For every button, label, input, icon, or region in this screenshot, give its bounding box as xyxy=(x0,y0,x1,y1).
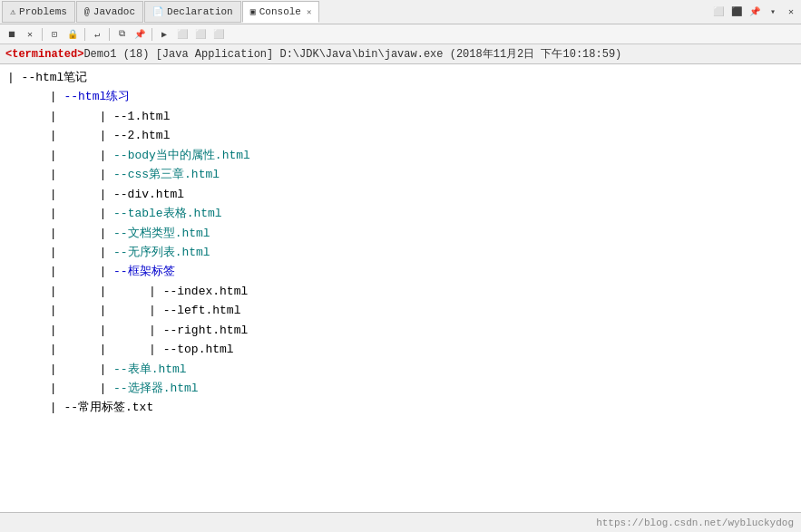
minimize-btn[interactable]: ⬜ xyxy=(710,4,727,20)
tree-line: | | --2.html xyxy=(7,126,794,145)
javadoc-icon: @ xyxy=(84,7,90,17)
problems-icon: ⚠ xyxy=(10,6,15,17)
tree-line: | | | --right.html xyxy=(7,321,794,340)
sep1 xyxy=(42,28,43,41)
scroll-lock-btn[interactable]: 🔒 xyxy=(64,26,81,43)
maximize-btn[interactable]: ⬛ xyxy=(728,4,745,20)
tab-problems[interactable]: ⚠ Problems xyxy=(2,1,75,23)
tree-line: | | --文档类型.html xyxy=(7,224,794,243)
bottom-status-bar: https://blog.csdn.net/wybluckydog xyxy=(0,512,801,532)
terminated-label: <terminated> xyxy=(5,48,83,61)
clear-console-btn[interactable]: ⊡ xyxy=(46,26,63,43)
pin-btn[interactable]: 📌 xyxy=(747,4,763,20)
console-icon: ▣ xyxy=(250,6,256,17)
tree-line: | | --body当中的属性.html xyxy=(7,146,794,165)
tab-console-label: Console xyxy=(259,6,301,17)
declaration-icon: 📄 xyxy=(152,6,163,17)
tree-line: | | --选择器.html xyxy=(7,379,794,398)
tree-line: | --html笔记 xyxy=(7,68,794,87)
open-console-btn[interactable]: ⧉ xyxy=(113,26,130,43)
console-output[interactable]: | --html笔记 | --html练习 | | --1.html | | -… xyxy=(0,64,801,512)
tree-line: | --html练习 xyxy=(7,87,794,106)
tree-line: | | --框架标签 xyxy=(7,262,794,281)
word-wrap-btn[interactable]: ↵ xyxy=(89,26,105,43)
csdn-link: https://blog.csdn.net/wybluckydog xyxy=(596,517,794,528)
new-console-btn[interactable]: ▶ xyxy=(156,26,172,43)
pin-console-btn[interactable]: 📌 xyxy=(132,26,148,43)
tree-line: | | | --left.html xyxy=(7,301,794,320)
remove-launch-btn[interactable]: ✕ xyxy=(22,26,38,43)
tree-line: | | --table表格.html xyxy=(7,204,794,223)
close-view-btn[interactable]: ✕ xyxy=(783,4,799,20)
tree-line: | | --div.html xyxy=(7,185,794,204)
prev-console-btn[interactable]: ⬜ xyxy=(210,26,227,43)
console-toolbar: ⏹ ✕ ⊡ 🔒 ↵ ⧉ 📌 ▶ ⬜ ⬜ ⬜ xyxy=(0,24,801,44)
switch-console-btn[interactable]: ⬜ xyxy=(174,26,190,43)
tab-javadoc[interactable]: @ Javadoc xyxy=(76,1,143,23)
terminate-btn[interactable]: ⏹ xyxy=(4,26,20,43)
status-bar: <terminated> Demo1 (18) [Java Applicatio… xyxy=(0,44,801,64)
tree-line: | | --无序列表.html xyxy=(7,243,794,262)
tree-line: | --常用标签.txt xyxy=(7,398,794,417)
tab-declaration[interactable]: 📄 Declaration xyxy=(144,1,241,23)
sep3 xyxy=(109,28,110,41)
tab-problems-label: Problems xyxy=(19,6,67,17)
tree-line: | | | --index.html xyxy=(7,282,794,301)
status-description: Demo1 (18) [Java Application] D:\JDK\Jav… xyxy=(83,46,621,62)
tab-console-close[interactable]: ✕ xyxy=(307,7,311,17)
view-menu-btn[interactable]: ▾ xyxy=(765,4,781,20)
tab-console[interactable]: ▣ Console ✕ xyxy=(242,1,320,23)
next-console-btn[interactable]: ⬜ xyxy=(192,26,209,43)
tree-line: | | | --top.html xyxy=(7,340,794,359)
tab-declaration-label: Declaration xyxy=(167,6,233,17)
sep2 xyxy=(84,28,85,41)
sep4 xyxy=(151,28,152,41)
tree-line: | | --css第三章.html xyxy=(7,165,794,184)
tree-line: | | --1.html xyxy=(7,107,794,126)
tab-javadoc-label: Javadoc xyxy=(93,6,135,17)
tab-bar: ⚠ Problems @ Javadoc 📄 Declaration ▣ Con… xyxy=(0,0,801,24)
tree-line: | | --表单.html xyxy=(7,360,794,379)
